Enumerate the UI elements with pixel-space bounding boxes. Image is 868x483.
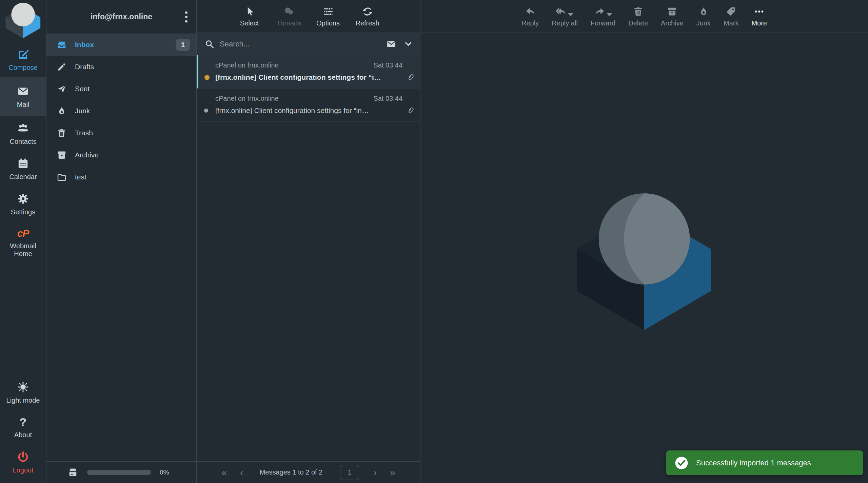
sidebar-item-about[interactable]: ? About xyxy=(0,410,46,445)
refresh-icon xyxy=(362,6,373,17)
message-subject: [frnx.online] Client configuration setti… xyxy=(215,73,403,81)
folder-item-sent[interactable]: Sent xyxy=(46,78,196,100)
options-button[interactable]: Options xyxy=(314,5,343,27)
roundcube-logo-icon xyxy=(5,3,41,39)
sidebar-item-label: Settings xyxy=(11,208,35,216)
dropdown-caret-icon[interactable] xyxy=(568,13,573,16)
reply-button[interactable]: Reply xyxy=(521,5,539,27)
taskbar: Compose Mail C xyxy=(0,0,46,483)
search-bar xyxy=(197,33,420,55)
flame-icon xyxy=(57,106,67,116)
select-button[interactable]: Select xyxy=(235,5,264,27)
reply-icon xyxy=(525,6,536,17)
roundcube-webmail-app: Compose Mail C xyxy=(0,0,868,483)
quota-footer: 0% xyxy=(46,461,196,483)
folder-label: Inbox xyxy=(75,41,167,49)
sidebar-item-webmail-home[interactable]: cP Webmail Home xyxy=(0,222,46,264)
folder-item-trash[interactable]: Trash xyxy=(46,122,196,144)
account-menu-button[interactable] xyxy=(183,9,190,24)
sidebar-item-label: Calendar xyxy=(9,173,37,181)
previous-page-button[interactable]: ‹ xyxy=(238,467,245,478)
sun-icon xyxy=(17,381,29,393)
flame-icon xyxy=(698,6,709,17)
sidebar-item-logout[interactable]: Logout xyxy=(0,445,46,483)
taskbar-spacer xyxy=(0,264,46,375)
message-subject: [frnx.online] Client configuration setti… xyxy=(215,107,403,115)
unread-count-badge: 1 xyxy=(176,39,190,51)
folder-label: test xyxy=(75,173,190,181)
quota-progress-bar xyxy=(87,470,151,475)
success-check-icon xyxy=(674,456,689,470)
search-input[interactable] xyxy=(220,40,381,49)
roundcube-logo[interactable] xyxy=(0,0,46,42)
gear-icon xyxy=(17,192,29,205)
toast-notification[interactable]: Successfully imported 1 messages xyxy=(666,450,863,475)
reply-all-icon xyxy=(556,6,567,17)
cpanel-icon: cP xyxy=(17,228,29,239)
first-page-button[interactable]: « xyxy=(219,467,229,478)
roundcube-watermark-logo xyxy=(576,193,712,332)
trash-icon xyxy=(633,6,644,17)
message-row[interactable]: cPanel on frnx.online Sat 03:44 [frnx.on… xyxy=(197,55,420,89)
inbox-icon xyxy=(57,40,67,50)
read-status-dot[interactable] xyxy=(204,109,208,113)
chevron-down-icon[interactable] xyxy=(404,40,413,49)
junk-button[interactable]: Junk xyxy=(696,5,711,27)
folder-item-drafts[interactable]: Drafts xyxy=(46,56,196,78)
folders-panel: info@frnx.online Inbox 1 xyxy=(46,0,197,483)
threads-button[interactable]: Threads xyxy=(274,5,303,27)
folder-item-junk[interactable]: Junk xyxy=(46,100,196,122)
reply-all-button[interactable]: Reply all xyxy=(552,5,578,27)
last-page-button[interactable]: » xyxy=(388,467,397,478)
next-page-button[interactable]: › xyxy=(371,467,379,478)
search-scope-envelope-icon[interactable] xyxy=(386,39,396,49)
refresh-button[interactable]: Refresh xyxy=(353,5,382,27)
page-number-input[interactable] xyxy=(340,465,359,480)
sidebar-item-compose[interactable]: Compose xyxy=(0,42,46,77)
account-email: info@frnx.online xyxy=(91,12,152,21)
ellipsis-icon xyxy=(754,6,765,17)
unread-status-dot[interactable] xyxy=(204,75,210,80)
folder-item-archive[interactable]: Archive xyxy=(46,144,196,166)
folder-item-inbox[interactable]: Inbox 1 xyxy=(46,34,196,56)
message-date: Sat 03:44 xyxy=(373,61,402,69)
forward-icon xyxy=(594,6,605,17)
chat-bubbles-icon xyxy=(283,6,294,17)
trash-icon xyxy=(57,128,67,138)
folder-item-test[interactable]: test xyxy=(46,166,196,188)
sidebar-item-label: Compose xyxy=(8,64,38,72)
power-icon xyxy=(17,450,29,463)
sidebar-item-mail[interactable]: Mail xyxy=(0,77,46,116)
folder-label: Junk xyxy=(75,107,190,115)
search-icon xyxy=(205,39,214,49)
message-row[interactable]: cPanel on frnx.online Sat 03:44 [frnx.on… xyxy=(197,89,420,122)
contacts-icon xyxy=(17,122,29,135)
more-button[interactable]: More xyxy=(751,5,767,27)
attachment-paperclip-icon xyxy=(406,106,415,115)
mail-body-empty xyxy=(420,33,868,483)
pagination-footer: « ‹ Messages 1 to 2 of 2 › » xyxy=(197,461,420,483)
folder-label: Drafts xyxy=(75,63,190,71)
storage-icon[interactable] xyxy=(67,467,78,478)
folder-label: Archive xyxy=(75,151,190,159)
pencil-icon xyxy=(57,62,67,72)
question-icon: ? xyxy=(20,416,27,428)
mark-button[interactable]: Mark xyxy=(724,5,738,27)
archive-button[interactable]: Archive xyxy=(661,5,684,27)
sidebar-item-light-mode[interactable]: Light mode xyxy=(0,375,46,410)
message-list: cPanel on frnx.online Sat 03:44 [frnx.on… xyxy=(197,55,420,122)
sidebar-item-contacts[interactable]: Contacts xyxy=(0,116,46,151)
sidebar-item-settings[interactable]: Settings xyxy=(0,187,46,222)
mail-view-panel: Reply Reply all xyxy=(420,0,868,483)
forward-button[interactable]: Forward xyxy=(591,5,615,27)
compose-icon xyxy=(17,48,29,61)
toast-message: Successfully imported 1 messages xyxy=(696,459,811,467)
delete-button[interactable]: Delete xyxy=(628,5,648,27)
cursor-icon xyxy=(244,6,255,17)
message-sender: cPanel on frnx.online xyxy=(215,95,373,102)
folder-list: Inbox 1 Drafts xyxy=(46,34,196,188)
sidebar-item-calendar[interactable]: Calendar xyxy=(0,151,46,187)
mail-toolbar: Reply Reply all xyxy=(420,0,868,33)
paper-plane-icon xyxy=(57,84,67,94)
dropdown-caret-icon[interactable] xyxy=(607,13,612,16)
